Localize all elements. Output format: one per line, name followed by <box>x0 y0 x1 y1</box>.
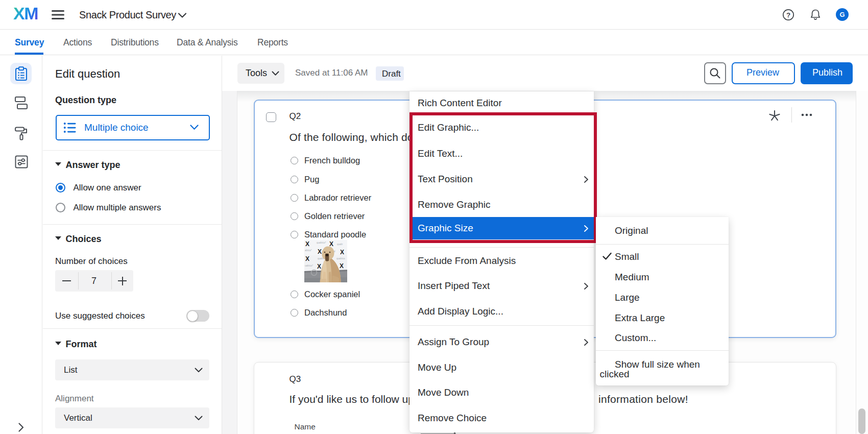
svg-text:qualtr: qualtr <box>337 243 343 246</box>
svg-text:altrics*: altrics* <box>305 249 312 252</box>
svg-text:qualtrics*: qualtrics* <box>317 242 326 244</box>
svg-text:ualtrics*: ualtrics* <box>305 264 313 267</box>
svg-text:X: X <box>340 249 344 256</box>
svg-text:qualtrics: qualtrics <box>336 257 346 260</box>
svg-text:?: ? <box>786 11 790 19</box>
svg-text:X: X <box>329 240 333 248</box>
svg-text:X: X <box>305 255 309 262</box>
svg-text:X: X <box>340 262 344 270</box>
svg-text:X: X <box>318 248 322 255</box>
svg-text:X: X <box>305 240 309 248</box>
svg-text:X: X <box>317 263 321 270</box>
